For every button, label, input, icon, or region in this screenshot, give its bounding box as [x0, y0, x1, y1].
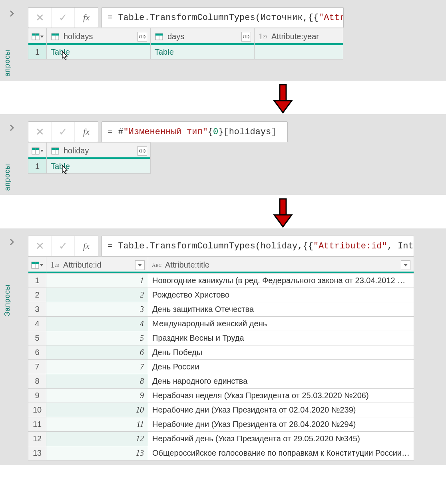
formula-bar-input[interactable]: = Table.TransformColumnTypes(Источник,{{… [102, 7, 344, 28]
formula-confirm-button[interactable]: ✓ [52, 236, 75, 256]
cell-id[interactable]: 5 [46, 331, 148, 345]
column-header-holidays[interactable]: holidays [47, 28, 151, 45]
row-number[interactable]: 12 [28, 432, 46, 446]
row-number[interactable]: 2 [28, 288, 46, 302]
row-number[interactable]: 9 [28, 389, 46, 403]
cell-id[interactable]: 3 [46, 302, 148, 317]
formula-fx-button[interactable]: fx [75, 8, 98, 28]
column-header-attribute-title[interactable]: ABC Attribute:title [148, 257, 414, 274]
formula-cancel-button[interactable]: ✕ [28, 122, 52, 142]
table-row[interactable]: 11Новогодние каникулы (в ред. Федерально… [28, 274, 414, 288]
cell-id[interactable]: 2 [46, 288, 148, 302]
row-number[interactable]: 11 [28, 417, 46, 432]
formula-cancel-button[interactable]: ✕ [28, 236, 52, 256]
queries-sidebar-label: апросы [3, 164, 12, 191]
table-row[interactable]: 22Рождество Христово [28, 288, 414, 302]
cell-holiday[interactable]: Table [47, 159, 151, 174]
cell-title[interactable]: Рождество Христово [148, 288, 414, 302]
cell-id[interactable]: 1 [46, 274, 148, 288]
table-type-icon [50, 147, 60, 155]
cell-id[interactable]: 7 [46, 360, 148, 374]
row-number[interactable]: 4 [28, 317, 46, 331]
cell-id[interactable]: 6 [46, 345, 148, 360]
table-icon [32, 33, 40, 40]
cell-title[interactable]: День России [148, 360, 414, 374]
table-row[interactable]: 99Нерабочая неделя (Указ Президента от 2… [28, 389, 414, 403]
cell-title[interactable]: Новогодние каникулы (в ред. Федерального… [148, 274, 414, 288]
cell-title[interactable]: Общероссийское голосование по поправкам … [148, 446, 414, 460]
table-row[interactable]: 88День народного единства [28, 374, 414, 389]
cell-title[interactable]: Нерабочие дни (Указ Президента от 28.04.… [148, 417, 414, 432]
row-number[interactable]: 10 [28, 403, 46, 417]
formula-toolbar: ✕ ✓ fx [28, 7, 98, 28]
dropdown-caret-icon [40, 36, 44, 38]
cell-title[interactable]: Международный женский день [148, 317, 414, 331]
column-header-attribute-id[interactable]: 123 Attribute:id [46, 257, 148, 274]
table-row[interactable]: 33День защитника Отечества [28, 302, 414, 317]
table-row[interactable]: 1313Общероссийское голосование по поправ… [28, 446, 414, 460]
formula-bar-input[interactable]: = #"Измененный тип"{0}[holidays] [102, 121, 288, 142]
select-all-corner[interactable] [28, 28, 47, 45]
formula-confirm-button[interactable]: ✓ [52, 8, 75, 28]
column-header-attribute-year[interactable]: 123 Attribute:year [255, 28, 343, 45]
formula-cancel-button[interactable]: ✕ [28, 8, 52, 28]
row-number[interactable]: 1 [28, 274, 46, 288]
cell-id[interactable]: 10 [46, 403, 148, 417]
formula-bar-input[interactable]: = Table.TransformColumnTypes(holiday,{{"… [102, 236, 414, 256]
cell-holidays[interactable]: Table [47, 45, 151, 60]
column-header-days[interactable]: days [151, 28, 255, 45]
formula-fx-button[interactable]: fx [75, 122, 98, 142]
expand-column-button[interactable] [241, 32, 251, 42]
cell-id[interactable]: 4 [46, 317, 148, 331]
table-row[interactable]: 1010Нерабочие дни (Указ Президента от 02… [28, 403, 414, 417]
table-row[interactable]: 1111Нерабочие дни (Указ Президента от 28… [28, 417, 414, 432]
table-icon [32, 147, 40, 155]
row-number[interactable]: 13 [28, 446, 46, 460]
table-row[interactable]: 44Международный женский день [28, 317, 414, 331]
table-row[interactable]: 66День Победы [28, 345, 414, 360]
row-number[interactable]: 7 [28, 360, 46, 374]
cell-title[interactable]: Праздник Весны и Труда [148, 331, 414, 345]
cell-id[interactable]: 11 [46, 417, 148, 432]
cell-id[interactable]: 12 [46, 432, 148, 446]
row-number[interactable]: 6 [28, 345, 46, 360]
expand-column-button[interactable] [137, 146, 147, 156]
row-number[interactable]: 8 [28, 374, 46, 389]
cell-title[interactable]: Нерабочие дни (Указ Президента от 02.04.… [148, 403, 414, 417]
table-row[interactable]: 1 Table Table [28, 45, 343, 60]
table-type-icon [154, 32, 164, 41]
expand-column-button[interactable] [137, 32, 147, 42]
cell-id[interactable]: 8 [46, 374, 148, 389]
row-number[interactable]: 1 [28, 45, 47, 60]
arrow-down-icon [120, 84, 446, 114]
formula-confirm-button[interactable]: ✓ [52, 122, 75, 142]
column-header-holiday[interactable]: holiday [47, 143, 151, 159]
table-row[interactable]: 1212Нерабочий день (Указ Президента от 2… [28, 432, 414, 446]
svg-rect-13 [280, 85, 286, 101]
cell-year[interactable] [255, 45, 343, 60]
queries-pane-toggle[interactable] [8, 124, 16, 133]
cell-title[interactable]: Нерабочий день (Указ Президента от 29.05… [148, 432, 414, 446]
queries-sidebar-label: Запросы [3, 284, 12, 316]
table-row[interactable]: 77День России [28, 360, 414, 374]
row-number[interactable]: 3 [28, 302, 46, 317]
formula-fx-button[interactable]: fx [75, 236, 98, 256]
table-row[interactable]: 1 Table [28, 159, 151, 174]
cell-title[interactable]: Нерабочая неделя (Указ Президента от 25.… [148, 389, 414, 403]
cell-title[interactable]: День народного единства [148, 374, 414, 389]
column-filter-button[interactable] [135, 260, 145, 270]
column-filter-button[interactable] [401, 260, 410, 270]
select-all-corner[interactable] [28, 257, 46, 274]
cell-days[interactable]: Table [151, 45, 255, 60]
cell-title[interactable]: День Победы [148, 345, 414, 360]
queries-pane-toggle[interactable] [8, 10, 16, 19]
svg-rect-22 [280, 199, 286, 215]
select-all-corner[interactable] [28, 143, 47, 159]
table-row[interactable]: 55Праздник Весны и Труда [28, 331, 414, 345]
row-number[interactable]: 1 [28, 159, 47, 174]
cell-id[interactable]: 13 [46, 446, 148, 460]
cell-title[interactable]: День защитника Отечества [148, 302, 414, 317]
queries-pane-toggle[interactable] [8, 238, 16, 248]
cell-id[interactable]: 9 [46, 389, 148, 403]
row-number[interactable]: 5 [28, 331, 46, 345]
